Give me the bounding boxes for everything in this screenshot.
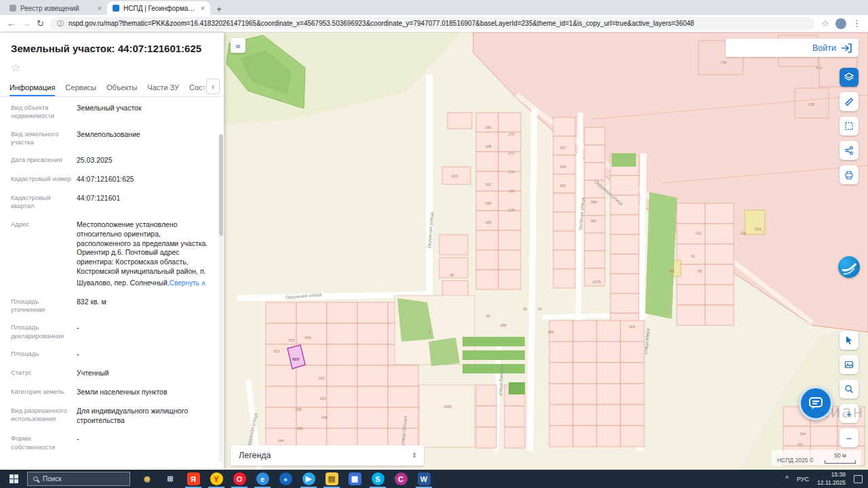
map-parcel[interactable] <box>549 426 573 447</box>
map-parcel[interactable] <box>620 342 644 363</box>
map-parcel[interactable] <box>549 405 573 426</box>
start-button[interactable] <box>0 470 27 488</box>
map-parcel[interactable] <box>553 250 575 269</box>
map-parcel[interactable] <box>610 254 639 274</box>
map-parcel[interactable] <box>476 427 496 448</box>
browser-app-icon[interactable]: ● <box>274 470 297 488</box>
map-parcel[interactable] <box>705 305 734 325</box>
map-parcel[interactable] <box>266 386 296 407</box>
map-canvas[interactable]: Окружная улицаОкружная улицаОкружная ули… <box>224 33 868 470</box>
word-icon[interactable]: W <box>412 470 435 488</box>
notification-center-icon[interactable] <box>854 475 863 483</box>
tab-information[interactable]: Информация <box>9 78 55 96</box>
map-parcel[interactable] <box>476 270 498 289</box>
map-parcel[interactable] <box>549 342 573 363</box>
print-button[interactable] <box>840 165 859 184</box>
tray-chevron-icon[interactable]: ^ <box>785 475 789 483</box>
map-search-button[interactable] <box>840 380 859 399</box>
map-parcel[interactable] <box>327 365 357 386</box>
map-parcel[interactable] <box>357 365 388 386</box>
zoom-out-button[interactable]: − <box>840 428 859 447</box>
map-parcel[interactable] <box>597 384 620 405</box>
map-parcel[interactable] <box>476 250 498 270</box>
map-parcel[interactable] <box>573 342 597 363</box>
map-parcel[interactable] <box>327 407 357 428</box>
close-tab-icon[interactable]: × <box>98 5 102 12</box>
language-indicator[interactable]: РУС <box>797 476 809 483</box>
locate-button[interactable] <box>840 331 859 350</box>
map-parcel[interactable] <box>585 145 605 163</box>
map-parcel[interactable] <box>553 269 575 288</box>
login-bar[interactable]: Войти <box>726 39 859 57</box>
profile-avatar[interactable] <box>835 18 846 29</box>
map-parcel[interactable] <box>448 113 472 129</box>
map-parcel[interactable] <box>476 406 496 427</box>
forward-icon[interactable]: → <box>22 19 31 28</box>
map-parcel[interactable] <box>585 127 605 145</box>
map-parcel[interactable] <box>620 426 644 447</box>
map-parcel[interactable] <box>620 384 644 405</box>
map-parcel[interactable] <box>585 251 605 268</box>
back-icon[interactable]: ← <box>7 19 16 28</box>
map-parcel[interactable] <box>476 230 498 250</box>
map-parcel[interactable] <box>498 250 521 270</box>
map-parcel[interactable] <box>498 171 521 191</box>
map-parcel[interactable] <box>705 224 734 244</box>
tab-objects[interactable]: Объекты <box>106 78 137 96</box>
map-parcel[interactable] <box>610 274 639 293</box>
map-parcel[interactable] <box>610 293 639 313</box>
map-parcel[interactable] <box>597 405 620 426</box>
map-parcel[interactable] <box>549 363 573 384</box>
app-c-icon[interactable]: C <box>389 470 412 488</box>
bookmark-star-icon[interactable]: ☆ <box>821 19 829 28</box>
map-parcel[interactable] <box>810 426 837 446</box>
map-parcel[interactable] <box>327 386 357 407</box>
map-parcel[interactable] <box>476 385 496 406</box>
map-parcel[interactable] <box>705 244 734 264</box>
map-parcel[interactable] <box>357 407 388 428</box>
map-parcel[interactable] <box>419 385 475 447</box>
map-parcel[interactable] <box>498 113 521 132</box>
map-parcel[interactable] <box>553 193 575 212</box>
close-tab-icon[interactable]: × <box>201 5 205 12</box>
map-parcel[interactable] <box>357 323 388 344</box>
map-parcel[interactable] <box>296 302 327 323</box>
tab-parts[interactable]: Части ЗУ <box>147 78 179 96</box>
map-parcel[interactable] <box>476 132 498 152</box>
map-parcel[interactable] <box>610 235 639 254</box>
map-parcel[interactable] <box>553 212 575 231</box>
map-parcel[interactable] <box>620 363 644 384</box>
panel-scrollbar[interactable] <box>219 134 223 463</box>
map-parcel[interactable] <box>585 163 605 180</box>
map-parcel[interactable] <box>553 231 575 250</box>
map-parcel[interactable] <box>597 363 620 384</box>
map-parcel[interactable] <box>677 305 705 325</box>
map-parcel[interactable] <box>476 152 498 171</box>
map-parcel[interactable] <box>597 426 620 447</box>
map-parcel[interactable] <box>498 211 521 230</box>
map-parcel[interactable] <box>498 230 521 250</box>
map-parcel[interactable] <box>705 203 734 224</box>
favorite-star-icon[interactable]: ☆ <box>0 58 27 75</box>
tab-services[interactable]: Сервисы <box>65 78 96 96</box>
layers-button[interactable] <box>840 68 859 87</box>
map-parcel[interactable] <box>677 285 705 305</box>
map-parcel[interactable] <box>357 386 388 407</box>
map-parcel[interactable] <box>573 405 597 426</box>
edge-browser-icon[interactable]: e <box>251 470 274 488</box>
opera-browser-icon[interactable]: O <box>228 470 251 488</box>
reload-icon[interactable]: ↻ <box>37 19 44 28</box>
map-parcel[interactable] <box>357 302 388 323</box>
map-parcel[interactable] <box>705 285 734 305</box>
map-parcel[interactable] <box>585 216 605 233</box>
panel-collapse-button[interactable]: « <box>231 38 245 53</box>
map-parcel[interactable] <box>266 302 296 323</box>
map-parcel[interactable] <box>296 323 327 344</box>
gallery-button[interactable] <box>840 355 859 374</box>
map-parcel[interactable] <box>327 344 357 365</box>
tabs-scroll-button[interactable]: › <box>206 79 220 94</box>
map-parcel[interactable] <box>573 426 597 447</box>
menu-icon[interactable]: ⋮ <box>852 19 861 28</box>
map-parcel[interactable] <box>476 171 498 191</box>
yandex-app-icon[interactable]: Y <box>205 470 228 488</box>
